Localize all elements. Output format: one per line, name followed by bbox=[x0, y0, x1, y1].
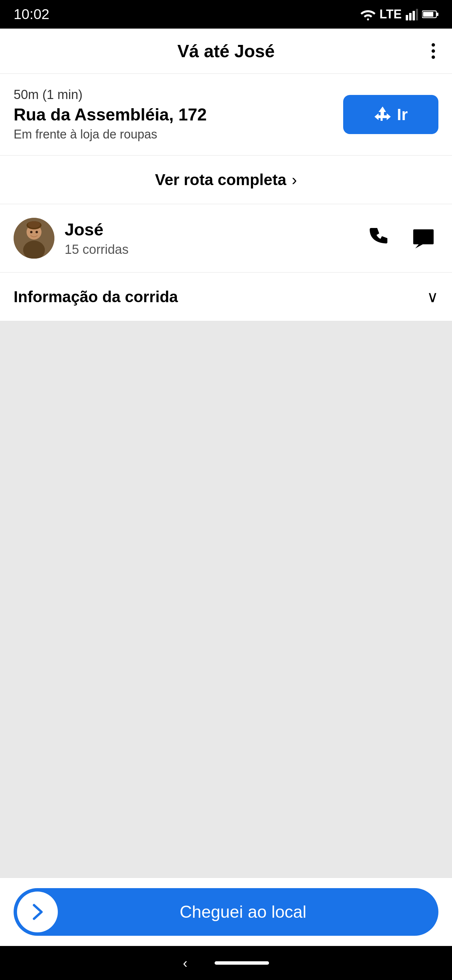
dot-2 bbox=[431, 49, 435, 53]
status-bar: 10:02 LTE bbox=[0, 0, 452, 29]
svg-rect-1 bbox=[406, 15, 408, 21]
passenger-info: José 15 corridas bbox=[65, 220, 355, 257]
svg-rect-16 bbox=[413, 229, 434, 244]
svg-point-14 bbox=[30, 231, 33, 234]
message-icon bbox=[412, 227, 435, 250]
header: Vá até José bbox=[0, 29, 452, 74]
arrived-button-icon bbox=[17, 891, 58, 932]
svg-marker-17 bbox=[415, 244, 423, 248]
arrived-button[interactable]: Cheguei ao local bbox=[14, 888, 438, 936]
route-chevron-icon: › bbox=[292, 170, 297, 189]
svg-point-13 bbox=[28, 221, 40, 228]
chevron-down-icon: ∨ bbox=[427, 288, 438, 306]
svg-rect-2 bbox=[409, 13, 412, 21]
status-time: 10:02 bbox=[14, 6, 49, 22]
page-title: Vá até José bbox=[177, 41, 274, 61]
svg-point-15 bbox=[36, 231, 38, 234]
phone-icon bbox=[368, 227, 392, 250]
back-button[interactable]: ‹ bbox=[183, 956, 187, 971]
bottom-nav-bar: ‹ bbox=[0, 946, 452, 980]
dot-3 bbox=[431, 56, 435, 59]
svg-rect-4 bbox=[416, 9, 418, 21]
avatar-image bbox=[14, 218, 54, 259]
battery-icon bbox=[422, 10, 438, 19]
home-indicator[interactable] bbox=[215, 961, 269, 965]
svg-rect-7 bbox=[437, 13, 438, 16]
wifi-icon bbox=[360, 8, 376, 21]
passenger-card: José 15 corridas bbox=[0, 204, 452, 272]
status-icons: LTE bbox=[360, 7, 438, 21]
more-options-button[interactable] bbox=[428, 40, 438, 62]
nav-address: Rua da Assembléia, 172 bbox=[14, 105, 207, 124]
call-button[interactable] bbox=[365, 223, 395, 253]
navigation-card: 50m (1 min) Rua da Assembléia, 172 Em fr… bbox=[0, 74, 452, 156]
lte-label: LTE bbox=[379, 7, 402, 21]
dot-1 bbox=[431, 43, 435, 47]
go-button[interactable]: Ir bbox=[343, 95, 438, 134]
ride-info-title: Informação da corrida bbox=[14, 288, 178, 306]
message-button[interactable] bbox=[408, 223, 438, 253]
bottom-action-area: Cheguei ao local bbox=[0, 878, 452, 946]
view-full-route-button[interactable]: Ver rota completa › bbox=[0, 156, 452, 204]
nav-time-distance: 50m (1 min) bbox=[14, 88, 207, 102]
svg-rect-3 bbox=[412, 11, 415, 21]
go-button-label: Ir bbox=[397, 105, 408, 124]
chevron-right-icon bbox=[27, 902, 48, 922]
map-area bbox=[0, 321, 452, 878]
app-container: Vá até José 50m (1 min) Rua da Assembléi… bbox=[0, 29, 452, 946]
view-full-route-label: Ver rota completa bbox=[155, 170, 286, 189]
svg-point-0 bbox=[367, 18, 369, 21]
passenger-actions bbox=[365, 223, 438, 253]
route-icon bbox=[374, 106, 392, 124]
nav-landmark: Em frente à loja de roupas bbox=[14, 127, 207, 142]
passenger-rides: 15 corridas bbox=[65, 242, 355, 257]
passenger-avatar bbox=[14, 218, 54, 259]
signal-icon bbox=[406, 8, 418, 21]
svg-rect-6 bbox=[423, 12, 433, 17]
passenger-name: José bbox=[65, 220, 355, 240]
arrived-button-label: Cheguei ao local bbox=[58, 902, 438, 922]
ride-info-section[interactable]: Informação da corrida ∨ bbox=[0, 272, 452, 321]
nav-info: 50m (1 min) Rua da Assembléia, 172 Em fr… bbox=[14, 88, 207, 142]
